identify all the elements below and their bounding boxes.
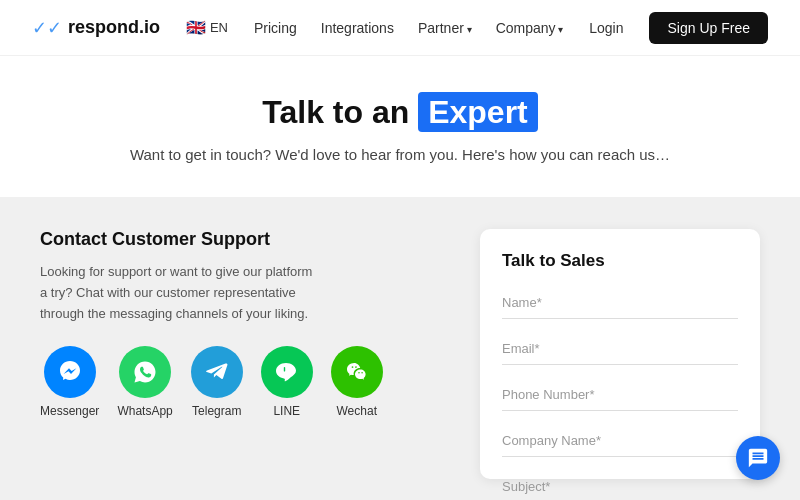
channel-telegram[interactable]: Telegram	[191, 346, 243, 418]
nav-pricing[interactable]: Pricing	[254, 20, 297, 36]
hero-title: Talk to an Expert	[20, 94, 780, 131]
wechat-icon	[331, 346, 383, 398]
company-input[interactable]	[502, 425, 738, 457]
channels-list: Messenger WhatsApp Telegram	[40, 346, 448, 418]
whatsapp-icon	[119, 346, 171, 398]
support-title: Contact Customer Support	[40, 229, 448, 250]
phone-input[interactable]	[502, 379, 738, 411]
line-icon	[261, 346, 313, 398]
nav-links: Pricing Integrations Partner Company	[254, 20, 563, 36]
email-input[interactable]	[502, 333, 738, 365]
nav-integrations[interactable]: Integrations	[321, 20, 394, 36]
messenger-icon	[44, 346, 96, 398]
support-description: Looking for support or want to give our …	[40, 262, 320, 324]
channel-line[interactable]: LINE	[261, 346, 313, 418]
nav-partner[interactable]: Partner	[418, 20, 472, 36]
logo[interactable]: ✓✓ respond.io	[32, 17, 160, 39]
talk-to-sales-form: Talk to Sales	[480, 229, 760, 479]
navbar: ✓✓ respond.io 🇬🇧 EN Pricing Integrations…	[0, 0, 800, 56]
support-section: Contact Customer Support Looking for sup…	[40, 229, 448, 479]
subject-input[interactable]	[502, 471, 738, 500]
channel-whatsapp[interactable]: WhatsApp	[117, 346, 172, 418]
name-input[interactable]	[502, 287, 738, 319]
language-selector[interactable]: 🇬🇧 EN	[186, 18, 228, 37]
channel-wechat[interactable]: Wechat	[331, 346, 383, 418]
hero-title-prefix: Talk to an	[262, 94, 409, 130]
chat-bubble-button[interactable]	[736, 436, 780, 480]
channel-messenger[interactable]: Messenger	[40, 346, 99, 418]
hero-subtitle: Want to get in touch? We'd love to hear …	[20, 143, 780, 167]
whatsapp-label: WhatsApp	[117, 404, 172, 418]
hero-title-highlight: Expert	[418, 92, 538, 132]
messenger-label: Messenger	[40, 404, 99, 418]
logo-icon: ✓✓	[32, 17, 62, 39]
hero-section: Talk to an Expert Want to get in touch? …	[0, 56, 800, 197]
line-label: LINE	[273, 404, 300, 418]
telegram-label: Telegram	[192, 404, 241, 418]
wechat-label: Wechat	[337, 404, 377, 418]
form-title: Talk to Sales	[502, 251, 738, 271]
content-area: Contact Customer Support Looking for sup…	[0, 197, 800, 500]
logo-text: respond.io	[68, 17, 160, 38]
flag-icon: 🇬🇧	[186, 18, 206, 37]
lang-label: EN	[210, 20, 228, 35]
telegram-icon	[191, 346, 243, 398]
nav-company[interactable]: Company	[496, 20, 564, 36]
nav-login[interactable]: Login	[589, 20, 623, 36]
nav-signup[interactable]: Sign Up Free	[649, 12, 767, 44]
